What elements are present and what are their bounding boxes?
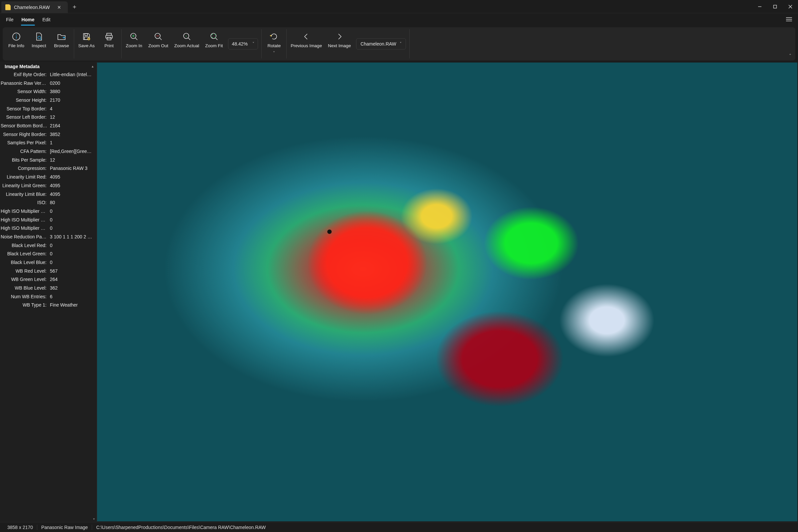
print-icon	[104, 32, 114, 41]
overflow-menu-button[interactable]	[782, 15, 796, 25]
inspect-button[interactable]: Inspect	[30, 31, 48, 50]
save-as-label: Save As	[78, 43, 95, 49]
browse-label: Browse	[54, 43, 69, 49]
metadata-row: Sensor Right Border:3852	[0, 130, 95, 139]
inspect-label: Inspect	[32, 43, 46, 49]
metadata-key: High ISO Multiplier Gr…:	[1, 216, 50, 224]
metadata-panel-header[interactable]: Image Metadata ▴	[0, 62, 97, 71]
metadata-key: Sensor Left Border:	[1, 114, 50, 121]
rotate-label: Rotate	[267, 43, 281, 49]
save-as-button[interactable]: Save As	[77, 31, 95, 50]
metadata-row: Exif Byte Order:Little-endian (Intel…	[0, 71, 95, 79]
metadata-key: WB Red Level:	[1, 268, 50, 275]
new-tab-button[interactable]: ＋	[68, 0, 81, 13]
zoom-in-label: Zoom In	[126, 43, 142, 49]
metadata-row: Black Level Blue:0	[0, 258, 95, 267]
metadata-row: High ISO Multiplier Gr…:0	[0, 216, 95, 225]
metadata-key: Num WB Entries:	[1, 293, 50, 301]
document-tab[interactable]: Chameleon.RAW ✕	[1, 1, 68, 13]
zoom-level-value: 48.42%	[232, 41, 247, 46]
browse-button[interactable]: Browse	[53, 31, 71, 50]
svg-text:1: 1	[185, 35, 187, 38]
chevron-right-icon	[335, 32, 344, 41]
metadata-key: Sensor Height:	[1, 97, 50, 104]
zoom-out-icon	[154, 32, 163, 41]
menubar: File Home Edit	[0, 13, 798, 26]
menu-edit[interactable]: Edit	[38, 15, 54, 24]
metadata-key: Black Level Blue:	[1, 259, 50, 266]
ribbon-group-output: Save As Print	[74, 29, 122, 58]
metadata-value: 0	[50, 216, 93, 224]
svg-point-10	[38, 36, 41, 39]
svg-point-8	[16, 35, 17, 36]
close-tab-button[interactable]: ✕	[55, 4, 63, 11]
metadata-value: 0	[50, 242, 93, 249]
metadata-value: 0	[50, 225, 93, 232]
previous-image-button[interactable]: Previous Image	[290, 31, 323, 50]
svg-rect-16	[106, 35, 112, 38]
folder-icon	[57, 32, 66, 41]
file-selector-dropdown[interactable]: Chameleon.RAW ˅	[356, 38, 406, 50]
metadata-row: Bits Per Sample:12	[0, 156, 95, 165]
metadata-value: 4095	[50, 191, 93, 198]
metadata-row: WB Green Level:264	[0, 275, 95, 284]
statusbar: 3858 x 2170 Panasonic Raw Image C:\Users…	[0, 522, 798, 532]
metadata-value: 80	[50, 199, 93, 207]
ribbon: File Info Inspect Browse Save As Prin	[3, 27, 795, 60]
metadata-row: Sensor Left Border:12	[0, 113, 95, 122]
svg-rect-15	[107, 33, 111, 35]
metadata-row: Panasonic Raw Version:0200	[0, 79, 95, 88]
metadata-value: Fine Weather	[50, 302, 93, 309]
zoom-in-button[interactable]: Zoom In	[125, 31, 143, 50]
metadata-key: WB Type 1:	[1, 302, 50, 309]
metadata-key: High ISO Multiplier Bl…:	[1, 225, 50, 232]
zoom-fit-button[interactable]: Zoom Fit	[205, 31, 224, 50]
metadata-key: WB Blue Level:	[1, 285, 50, 292]
file-selector-value: Chameleon.RAW	[360, 41, 396, 46]
metadata-value: 12	[50, 157, 93, 164]
metadata-value: Little-endian (Intel…	[50, 71, 93, 78]
window-close-button[interactable]	[783, 0, 798, 13]
metadata-key: Linearity Limit Red:	[1, 174, 50, 181]
chevron-down-icon: ˅	[273, 51, 275, 56]
print-label: Print	[104, 43, 114, 49]
next-image-button[interactable]: Next Image	[327, 31, 352, 50]
metadata-value: 0200	[50, 80, 93, 87]
metadata-list[interactable]: Exif Byte Order:Little-endian (Intel…Pan…	[0, 71, 97, 522]
rotate-button[interactable]: Rotate ˅	[265, 31, 283, 57]
image-canvas[interactable]	[97, 62, 797, 521]
metadata-value: 3 100 1 1 1 200 2 …	[50, 233, 93, 241]
zoom-out-button[interactable]: Zoom Out	[148, 31, 169, 50]
ribbon-group-zoom: Zoom In Zoom Out 1 Zoom Actual Zoom Fit …	[122, 29, 262, 58]
metadata-key: Sensor Bottom Border:	[1, 122, 50, 130]
metadata-row: Linearity Limit Red:4095	[0, 173, 95, 182]
save-icon	[82, 32, 91, 41]
metadata-key: Linearity Limit Blue:	[1, 191, 50, 198]
metadata-key: Sensor Top Border:	[1, 106, 50, 113]
zoom-level-dropdown[interactable]: 48.42% ˅	[228, 38, 258, 50]
file-info-button[interactable]: File Info	[7, 31, 25, 50]
window-maximize-button[interactable]	[767, 0, 783, 13]
metadata-key: Sensor Right Border:	[1, 131, 50, 138]
ribbon-group-nav: Previous Image Next Image Chameleon.RAW …	[287, 29, 410, 58]
print-button[interactable]: Print	[100, 31, 118, 50]
metadata-row: Compression:Panasonic RAW 3	[0, 164, 95, 173]
zoom-actual-button[interactable]: 1 Zoom Actual	[174, 31, 200, 50]
status-dimensions: 3858 x 2170	[3, 525, 37, 530]
metadata-key: Compression:	[1, 165, 50, 172]
metadata-row: Linearity Limit Blue:4095	[0, 190, 95, 199]
scroll-down-icon: ▾	[93, 517, 95, 521]
menu-home[interactable]: Home	[18, 15, 39, 24]
window-minimize-button[interactable]	[752, 0, 767, 13]
svg-rect-1	[774, 5, 777, 8]
metadata-key: Black Level Green:	[1, 250, 50, 258]
menu-file[interactable]: File	[2, 15, 18, 24]
svg-line-19	[135, 38, 137, 40]
zoom-fit-label: Zoom Fit	[205, 43, 223, 49]
titlebar: Chameleon.RAW ✕ ＋	[0, 0, 798, 13]
ribbon-group-file: File Info Inspect Browse	[4, 29, 74, 58]
metadata-row: WB Red Level:567	[0, 267, 95, 276]
collapse-icon: ▴	[92, 64, 93, 68]
metadata-row: CFA Pattern:[Red,Green][Green…	[0, 147, 95, 156]
collapse-ribbon-button[interactable]: ˄	[789, 53, 791, 58]
